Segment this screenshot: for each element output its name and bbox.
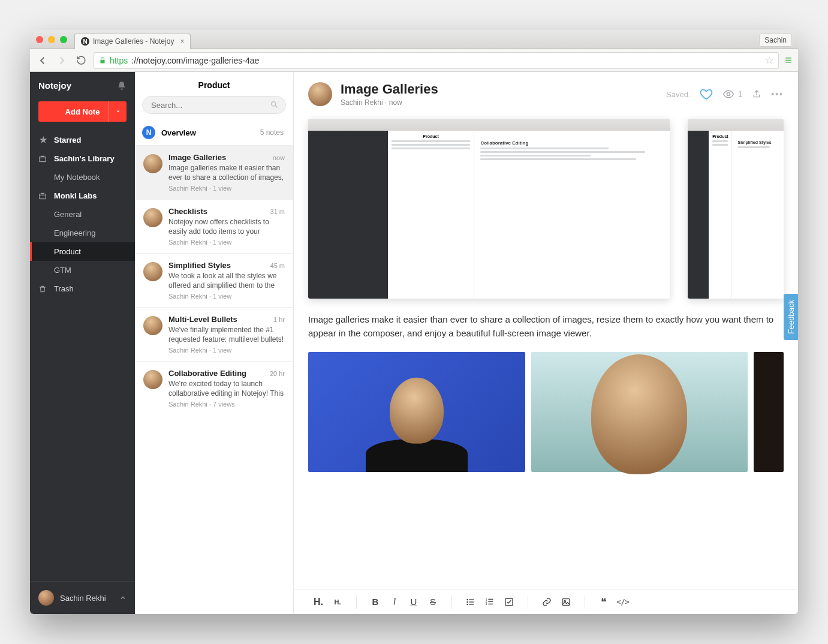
sidebar-item-product[interactable]: Product — [30, 242, 135, 261]
svg-point-2 — [272, 102, 276, 107]
sidebar-item-general[interactable]: General — [30, 205, 135, 224]
checklist-button[interactable] — [501, 594, 517, 610]
app-root: Notejoy Add Note ★ Starred — [30, 72, 798, 614]
note-item-time: 1 hr — [273, 316, 285, 323]
browser-profile-button[interactable]: Sachin — [759, 34, 792, 47]
heart-icon[interactable] — [700, 88, 713, 101]
note-author-avatar — [143, 262, 162, 281]
more-menu-icon[interactable]: ••• — [771, 89, 784, 99]
note-item-meta: Sachin Rekhi · 1 view — [168, 185, 285, 192]
svg-rect-7 — [469, 601, 474, 602]
tab-title: Image Galleries - Notejoy — [93, 37, 174, 46]
svg-point-6 — [466, 601, 468, 603]
heading-2-button[interactable]: H. — [330, 594, 345, 610]
svg-rect-13 — [488, 601, 493, 601]
note-item-time: 45 m — [270, 262, 285, 269]
sidebar-label: GTM — [54, 266, 71, 275]
note-list-heading: Product — [135, 72, 293, 96]
search-input[interactable] — [142, 96, 286, 114]
notifications-bell-icon[interactable] — [117, 81, 127, 91]
gallery-image-1[interactable] — [308, 352, 525, 472]
sidebar-item-library-sachin[interactable]: Sachin's Library — [30, 149, 135, 168]
sidebar: Notejoy Add Note ★ Starred — [30, 72, 135, 614]
favicon: N — [81, 37, 89, 46]
quote-button[interactable]: ❝ — [596, 594, 612, 610]
note-item-title: Collaborative Editing — [168, 369, 246, 378]
sidebar-item-my-notebook[interactable]: My Notebook — [30, 168, 135, 186]
address-bar[interactable]: https://notejoy.com/image-galleries-4ae … — [94, 52, 779, 69]
underline-button[interactable]: U — [406, 594, 421, 610]
library-icon — [38, 192, 48, 200]
note-item-title: Multi-Level Bullets — [168, 315, 237, 324]
gallery-image-2[interactable] — [531, 352, 748, 472]
note-item-title: Simplified Styles — [168, 261, 231, 270]
note-list-item[interactable]: Checklists 31 m Notejoy now offers check… — [135, 199, 293, 253]
screenshot-thumb-2[interactable]: Product Simplified Styles — [688, 119, 784, 299]
note-item-time: now — [273, 154, 285, 161]
note-title: Image Galleries — [341, 82, 658, 97]
note-list-item[interactable]: Image Galleries now Image galleries make… — [135, 145, 293, 199]
note-item-time: 20 hr — [270, 370, 285, 377]
gallery-image-3[interactable] — [754, 352, 784, 472]
traffic-lights — [36, 36, 67, 43]
bold-button[interactable]: B — [368, 594, 383, 610]
author-avatar — [308, 82, 332, 106]
image-button[interactable] — [558, 594, 574, 610]
category-count: 5 notes — [260, 128, 284, 137]
browser-window: N Image Galleries - Notejoy × Sachin htt… — [30, 30, 798, 614]
sidebar-item-starred[interactable]: ★ Starred — [30, 130, 135, 149]
chevron-up-icon — [119, 594, 127, 601]
bullet-list-button[interactable] — [463, 594, 478, 610]
svg-point-4 — [466, 598, 468, 600]
note-item-preview: We're excited today to launch collaborat… — [168, 379, 285, 398]
sidebar-item-trash[interactable]: Trash — [30, 279, 135, 298]
reload-button[interactable] — [74, 54, 88, 67]
minimize-window-button[interactable] — [48, 36, 55, 43]
maximize-window-button[interactable] — [60, 36, 67, 43]
thumbnail-row: Product Collaborative Editing — [308, 119, 784, 299]
note-list-item[interactable]: Collaborative Editing 20 hr We're excite… — [135, 361, 293, 415]
add-note-dropdown-icon[interactable] — [109, 101, 127, 122]
url-protocol: https — [110, 56, 128, 65]
sidebar-item-gtm[interactable]: GTM — [30, 261, 135, 279]
browser-menu-button[interactable]: ≡ — [785, 53, 792, 67]
svg-rect-9 — [469, 604, 474, 604]
screenshot-thumb-1[interactable]: Product Collaborative Editing — [308, 119, 670, 299]
sidebar-label: Trash — [54, 284, 74, 293]
sidebar-label: Starred — [54, 136, 82, 145]
note-list-panel: Product N Overview 5 notes Image Galleri… — [135, 72, 294, 614]
link-button[interactable] — [539, 594, 555, 610]
note-body[interactable]: Product Collaborative Editing — [294, 112, 798, 589]
sidebar-label: Monki Labs — [54, 191, 97, 200]
tab-close-icon[interactable]: × — [180, 37, 184, 46]
sidebar-item-library-monki[interactable]: Monki Labs — [30, 186, 135, 205]
sidebar-item-engineering[interactable]: Engineering — [30, 224, 135, 242]
code-button[interactable]: </> — [615, 594, 631, 610]
lock-icon — [99, 56, 106, 65]
heading-1-button[interactable]: H. — [311, 594, 326, 610]
note-list-item[interactable]: Simplified Styles 45 m We took a look at… — [135, 253, 293, 307]
note-item-title: Image Galleries — [168, 153, 226, 162]
back-button[interactable] — [36, 54, 49, 67]
category-row[interactable]: N Overview 5 notes — [135, 120, 293, 145]
sidebar-label: Engineering — [54, 228, 95, 237]
feedback-tab[interactable]: Feedback — [784, 294, 798, 340]
search-icon — [270, 100, 279, 109]
share-icon[interactable] — [752, 89, 761, 99]
brand-logo[interactable]: Notejoy — [38, 80, 71, 91]
note-item-preview: Image galleries make it easier than ever… — [168, 163, 285, 182]
strikethrough-button[interactable]: S — [425, 594, 441, 610]
note-list-item[interactable]: Multi-Level Bullets 1 hr We've finally i… — [135, 307, 293, 361]
italic-button[interactable]: I — [387, 594, 402, 610]
sidebar-user-footer[interactable]: Sachin Rekhi — [30, 581, 135, 614]
url-path: ://notejoy.com/image-galleries-4ae — [131, 56, 259, 65]
browser-tab[interactable]: N Image Galleries - Notejoy × — [74, 34, 191, 49]
bookmark-star-icon[interactable]: ☆ — [765, 55, 773, 66]
category-badge: N — [142, 126, 155, 139]
forward-button[interactable] — [55, 54, 68, 67]
sidebar-label: Product — [54, 247, 81, 256]
numbered-list-button[interactable]: 123 — [482, 594, 498, 610]
add-note-label: Add Note — [65, 107, 100, 116]
close-window-button[interactable] — [36, 36, 43, 43]
add-note-button[interactable]: Add Note — [38, 101, 127, 122]
